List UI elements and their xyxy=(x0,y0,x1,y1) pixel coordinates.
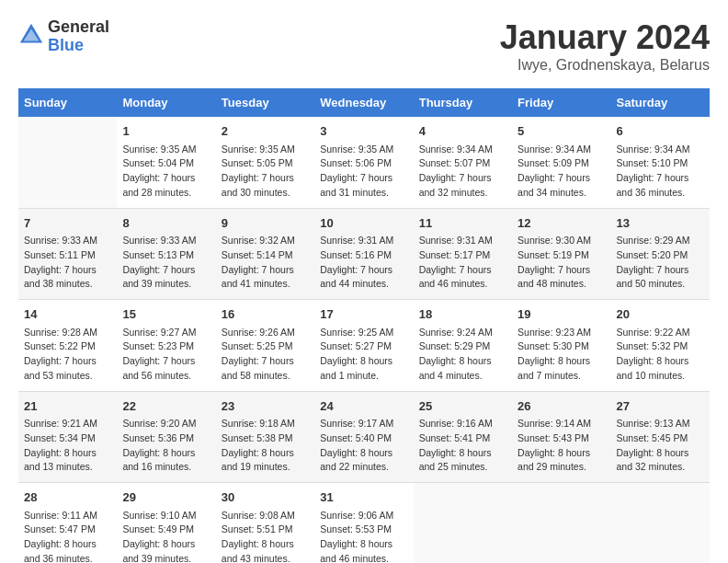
calendar-cell: 13Sunrise: 9:29 AMSunset: 5:20 PMDayligh… xyxy=(611,208,710,300)
day-info: Sunrise: 9:33 AMSunset: 5:11 PMDaylight:… xyxy=(24,234,111,292)
logo-blue-text: Blue xyxy=(48,37,109,55)
calendar-cell: 10Sunrise: 9:31 AMSunset: 5:16 PMDayligh… xyxy=(314,208,413,300)
calendar-cell: 29Sunrise: 9:10 AMSunset: 5:49 PMDayligh… xyxy=(117,483,215,564)
day-info: Sunrise: 9:23 AMSunset: 5:30 PMDaylight:… xyxy=(518,326,605,384)
day-number: 18 xyxy=(419,305,506,324)
calendar-cell: 17Sunrise: 9:25 AMSunset: 5:27 PMDayligh… xyxy=(314,300,413,392)
day-info: Sunrise: 9:14 AMSunset: 5:43 PMDaylight:… xyxy=(518,417,605,475)
day-number: 28 xyxy=(24,488,111,507)
calendar-cell: 4Sunrise: 9:34 AMSunset: 5:07 PMDaylight… xyxy=(414,117,512,208)
day-number: 20 xyxy=(617,305,704,324)
day-number: 9 xyxy=(222,214,309,233)
calendar-cell: 22Sunrise: 9:20 AMSunset: 5:36 PMDayligh… xyxy=(117,391,215,483)
calendar-cell: 12Sunrise: 9:30 AMSunset: 5:19 PMDayligh… xyxy=(512,208,610,300)
calendar-cell: 19Sunrise: 9:23 AMSunset: 5:30 PMDayligh… xyxy=(512,300,610,392)
day-number: 7 xyxy=(24,214,111,233)
day-info: Sunrise: 9:22 AMSunset: 5:32 PMDaylight:… xyxy=(617,326,704,384)
header-thursday: Thursday xyxy=(414,88,512,117)
calendar-cell: 18Sunrise: 9:24 AMSunset: 5:29 PMDayligh… xyxy=(414,300,512,392)
calendar-cell: 16Sunrise: 9:26 AMSunset: 5:25 PMDayligh… xyxy=(216,300,314,392)
day-number: 15 xyxy=(122,305,210,324)
calendar-cell: 3Sunrise: 9:35 AMSunset: 5:06 PMDaylight… xyxy=(314,117,413,208)
day-info: Sunrise: 9:24 AMSunset: 5:29 PMDaylight:… xyxy=(419,326,506,384)
day-info: Sunrise: 9:21 AMSunset: 5:34 PMDaylight:… xyxy=(24,417,111,475)
calendar-cell: 25Sunrise: 9:16 AMSunset: 5:41 PMDayligh… xyxy=(414,391,512,483)
calendar-cell xyxy=(611,483,710,564)
calendar-cell xyxy=(414,483,512,564)
day-number: 6 xyxy=(617,122,704,141)
day-info: Sunrise: 9:11 AMSunset: 5:47 PMDaylight:… xyxy=(24,509,111,564)
day-number: 12 xyxy=(518,214,605,233)
calendar-cell: 31Sunrise: 9:06 AMSunset: 5:53 PMDayligh… xyxy=(314,483,413,564)
day-info: Sunrise: 9:08 AMSunset: 5:51 PMDaylight:… xyxy=(222,509,309,564)
day-number: 25 xyxy=(419,397,506,416)
day-info: Sunrise: 9:34 AMSunset: 5:07 PMDaylight:… xyxy=(419,143,506,201)
day-info: Sunrise: 9:30 AMSunset: 5:19 PMDaylight:… xyxy=(518,234,605,292)
page-header: General Blue January 2024 Iwye, Grodnens… xyxy=(18,18,710,74)
logo: General Blue xyxy=(18,18,109,55)
day-info: Sunrise: 9:26 AMSunset: 5:25 PMDaylight:… xyxy=(222,326,309,384)
day-info: Sunrise: 9:18 AMSunset: 5:38 PMDaylight:… xyxy=(222,417,309,475)
header-wednesday: Wednesday xyxy=(314,88,413,117)
calendar-cell xyxy=(512,483,610,564)
logo-text: General Blue xyxy=(48,18,109,55)
day-number: 22 xyxy=(122,397,210,416)
day-number: 4 xyxy=(419,122,506,141)
day-info: Sunrise: 9:31 AMSunset: 5:16 PMDaylight:… xyxy=(320,234,407,292)
header-friday: Friday xyxy=(512,88,610,117)
day-info: Sunrise: 9:28 AMSunset: 5:22 PMDaylight:… xyxy=(24,326,111,384)
header-sunday: Sunday xyxy=(18,88,117,117)
logo-icon xyxy=(18,22,44,48)
calendar-week-row: 1Sunrise: 9:35 AMSunset: 5:04 PMDaylight… xyxy=(18,117,710,208)
calendar-cell: 5Sunrise: 9:34 AMSunset: 5:09 PMDaylight… xyxy=(512,117,610,208)
calendar-cell xyxy=(18,117,117,208)
calendar-cell: 9Sunrise: 9:32 AMSunset: 5:14 PMDaylight… xyxy=(216,208,314,300)
calendar-table: SundayMondayTuesdayWednesdayThursdayFrid… xyxy=(18,88,710,563)
day-number: 14 xyxy=(24,305,111,324)
calendar-week-row: 28Sunrise: 9:11 AMSunset: 5:47 PMDayligh… xyxy=(18,483,710,564)
header-tuesday: Tuesday xyxy=(216,88,314,117)
day-info: Sunrise: 9:34 AMSunset: 5:09 PMDaylight:… xyxy=(518,143,605,201)
day-number: 19 xyxy=(518,305,605,324)
day-number: 10 xyxy=(320,214,407,233)
day-info: Sunrise: 9:25 AMSunset: 5:27 PMDaylight:… xyxy=(320,326,407,384)
calendar-cell: 6Sunrise: 9:34 AMSunset: 5:10 PMDaylight… xyxy=(611,117,710,208)
calendar-cell: 20Sunrise: 9:22 AMSunset: 5:32 PMDayligh… xyxy=(611,300,710,392)
day-info: Sunrise: 9:10 AMSunset: 5:49 PMDaylight:… xyxy=(122,509,210,564)
calendar-cell: 15Sunrise: 9:27 AMSunset: 5:23 PMDayligh… xyxy=(117,300,215,392)
day-info: Sunrise: 9:35 AMSunset: 5:05 PMDaylight:… xyxy=(222,143,309,201)
day-number: 8 xyxy=(122,214,210,233)
day-number: 2 xyxy=(222,122,309,141)
calendar-cell: 21Sunrise: 9:21 AMSunset: 5:34 PMDayligh… xyxy=(18,391,117,483)
calendar-cell: 2Sunrise: 9:35 AMSunset: 5:05 PMDaylight… xyxy=(216,117,314,208)
calendar-cell: 26Sunrise: 9:14 AMSunset: 5:43 PMDayligh… xyxy=(512,391,610,483)
day-number: 27 xyxy=(617,397,704,416)
day-number: 29 xyxy=(122,488,210,507)
day-number: 26 xyxy=(518,397,605,416)
calendar-cell: 27Sunrise: 9:13 AMSunset: 5:45 PMDayligh… xyxy=(611,391,710,483)
day-number: 11 xyxy=(419,214,506,233)
day-number: 13 xyxy=(617,214,704,233)
calendar-cell: 8Sunrise: 9:33 AMSunset: 5:13 PMDaylight… xyxy=(117,208,215,300)
title-section: January 2024 Iwye, Grodnenskaya, Belarus xyxy=(500,18,710,74)
day-info: Sunrise: 9:33 AMSunset: 5:13 PMDaylight:… xyxy=(122,234,210,292)
day-info: Sunrise: 9:32 AMSunset: 5:14 PMDaylight:… xyxy=(222,234,309,292)
day-info: Sunrise: 9:34 AMSunset: 5:10 PMDaylight:… xyxy=(617,143,704,201)
day-number: 3 xyxy=(320,122,407,141)
calendar-cell: 28Sunrise: 9:11 AMSunset: 5:47 PMDayligh… xyxy=(18,483,117,564)
day-info: Sunrise: 9:27 AMSunset: 5:23 PMDaylight:… xyxy=(122,326,210,384)
day-info: Sunrise: 9:31 AMSunset: 5:17 PMDaylight:… xyxy=(419,234,506,292)
calendar-cell: 11Sunrise: 9:31 AMSunset: 5:17 PMDayligh… xyxy=(414,208,512,300)
day-info: Sunrise: 9:16 AMSunset: 5:41 PMDaylight:… xyxy=(419,417,506,475)
day-info: Sunrise: 9:35 AMSunset: 5:04 PMDaylight:… xyxy=(122,143,210,201)
calendar-week-row: 21Sunrise: 9:21 AMSunset: 5:34 PMDayligh… xyxy=(18,391,710,483)
calendar-cell: 30Sunrise: 9:08 AMSunset: 5:51 PMDayligh… xyxy=(216,483,314,564)
day-number: 31 xyxy=(320,488,407,507)
day-info: Sunrise: 9:20 AMSunset: 5:36 PMDaylight:… xyxy=(122,417,210,475)
calendar-week-row: 14Sunrise: 9:28 AMSunset: 5:22 PMDayligh… xyxy=(18,300,710,392)
calendar-cell: 23Sunrise: 9:18 AMSunset: 5:38 PMDayligh… xyxy=(216,391,314,483)
month-title: January 2024 xyxy=(500,18,710,57)
day-number: 24 xyxy=(320,397,407,416)
day-number: 17 xyxy=(320,305,407,324)
calendar-week-row: 7Sunrise: 9:33 AMSunset: 5:11 PMDaylight… xyxy=(18,208,710,300)
